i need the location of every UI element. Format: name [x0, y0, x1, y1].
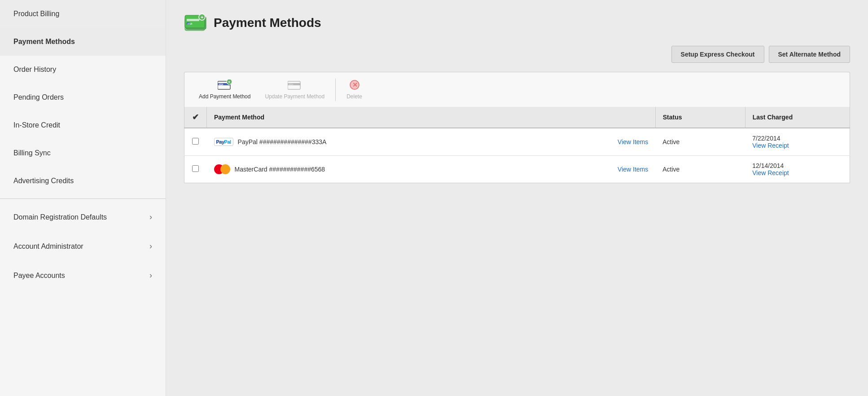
view-items-link[interactable]: View Items: [609, 166, 648, 173]
payment-method-cell: MasterCard ############6568View Items: [207, 156, 656, 183]
sidebar-item-domain-registration-defaults[interactable]: Domain Registration Defaults›: [0, 202, 166, 232]
update-payment-method-label: Update Payment Method: [265, 93, 324, 100]
sidebar-item-label: In-Store Credit: [13, 121, 60, 129]
sidebar-item-label: Payee Accounts: [13, 272, 65, 280]
check-icon: ✔: [192, 113, 199, 122]
view-receipt-link[interactable]: View Receipt: [752, 169, 842, 176]
main-content: VISA + Payment Methods Setup Express Che…: [166, 0, 868, 396]
paypal-icon: PayPal: [214, 138, 233, 146]
payment-method-name: PayPal ###############333A: [238, 138, 327, 145]
last-charged-date: 7/22/2014: [752, 135, 780, 142]
page-header: VISA + Payment Methods: [184, 13, 850, 32]
sidebar-item-label: Payment Methods: [13, 38, 75, 45]
row-checkbox[interactable]: [192, 138, 199, 145]
set-alternate-method-button[interactable]: Set Alternate Method: [769, 46, 850, 63]
mastercard-icon: [214, 164, 230, 174]
action-buttons: Setup Express Checkout Set Alternate Met…: [184, 46, 850, 63]
sidebar-item-label: Pending Orders: [13, 93, 64, 101]
last-charged-cell: 7/22/2014View Receipt: [745, 128, 850, 156]
sidebar-item-pending-orders[interactable]: Pending Orders: [0, 84, 166, 111]
row-checkbox[interactable]: [192, 165, 199, 172]
add-payment-method-button[interactable]: VISA + Add Payment Method: [192, 77, 258, 102]
sidebar-item-label: Product Billing: [13, 10, 59, 18]
view-items-link[interactable]: View Items: [609, 138, 648, 145]
toolbar: VISA + Add Payment Method VISA Update Pa…: [184, 72, 850, 107]
delete-icon: ✕: [349, 79, 360, 92]
payment-methods-wallet-icon: VISA +: [184, 13, 207, 32]
checkbox-column-header: ✔: [184, 107, 207, 128]
svg-text:✕: ✕: [352, 81, 357, 88]
status-cell: Active: [655, 128, 745, 156]
setup-express-checkout-button[interactable]: Setup Express Checkout: [671, 46, 764, 63]
payment-method-cell: PayPalPayPal ###############333AView Ite…: [207, 128, 656, 156]
sidebar-item-label: Domain Registration Defaults: [13, 213, 107, 221]
chevron-right-icon: ›: [149, 212, 152, 222]
toolbar-separator: [335, 79, 336, 101]
status-badge: Active: [662, 138, 679, 145]
chevron-right-icon: ›: [149, 271, 152, 280]
sidebar-item-label: Billing Sync: [13, 149, 51, 157]
svg-text:VISA: VISA: [187, 22, 193, 25]
payment-method-name: MasterCard ############6568: [235, 166, 325, 173]
sidebar-item-product-billing[interactable]: Product Billing: [0, 0, 166, 28]
sidebar-item-in-store-credit[interactable]: In-Store Credit: [0, 111, 166, 139]
sidebar-item-payee-accounts[interactable]: Payee Accounts›: [0, 261, 166, 290]
last-charged-cell: 12/14/2014View Receipt: [745, 156, 850, 183]
page-title: Payment Methods: [214, 16, 321, 30]
payment-method-column-header: Payment Method: [207, 107, 656, 128]
last-charged-date: 12/14/2014: [752, 162, 784, 169]
svg-text:+: +: [228, 80, 230, 84]
delete-button[interactable]: ✕ Delete: [339, 77, 369, 102]
sidebar-item-label: Order History: [13, 66, 56, 73]
sidebar-item-account-administrator[interactable]: Account Administrator›: [0, 232, 166, 261]
payment-table: ✔ Payment Method Status Last Charged Pay…: [184, 107, 850, 183]
sidebar-item-order-history[interactable]: Order History: [0, 56, 166, 84]
table-row: PayPalPayPal ###############333AView Ite…: [184, 128, 850, 156]
row-checkbox-cell: [184, 128, 207, 156]
status-column-header: Status: [655, 107, 745, 128]
sidebar: Product BillingPayment MethodsOrder Hist…: [0, 0, 166, 396]
update-card-icon: VISA: [288, 79, 302, 92]
last-charged-column-header: Last Charged: [745, 107, 850, 128]
status-badge: Active: [662, 166, 679, 173]
delete-label: Delete: [346, 93, 362, 100]
update-payment-method-button[interactable]: VISA Update Payment Method: [258, 77, 332, 102]
add-card-icon: VISA +: [218, 79, 232, 92]
sidebar-item-label: Account Administrator: [13, 242, 83, 251]
sidebar-item-payment-methods[interactable]: Payment Methods: [0, 28, 166, 56]
svg-text:VISA: VISA: [219, 84, 224, 86]
table-header-row: ✔ Payment Method Status Last Charged: [184, 107, 850, 128]
sidebar-divider: [0, 198, 166, 199]
view-receipt-link[interactable]: View Receipt: [752, 142, 842, 149]
svg-text:+: +: [201, 14, 203, 20]
add-payment-method-label: Add Payment Method: [199, 93, 250, 100]
sidebar-item-advertising-credits[interactable]: Advertising Credits: [0, 167, 166, 195]
chevron-right-icon: ›: [149, 242, 152, 251]
status-cell: Active: [655, 156, 745, 183]
sidebar-item-label: Advertising Credits: [13, 177, 74, 185]
svg-text:VISA: VISA: [289, 84, 294, 86]
table-row: MasterCard ############6568View ItemsAct…: [184, 156, 850, 183]
sidebar-item-billing-sync[interactable]: Billing Sync: [0, 139, 166, 167]
row-checkbox-cell: [184, 156, 207, 183]
svg-rect-3: [187, 19, 199, 21]
